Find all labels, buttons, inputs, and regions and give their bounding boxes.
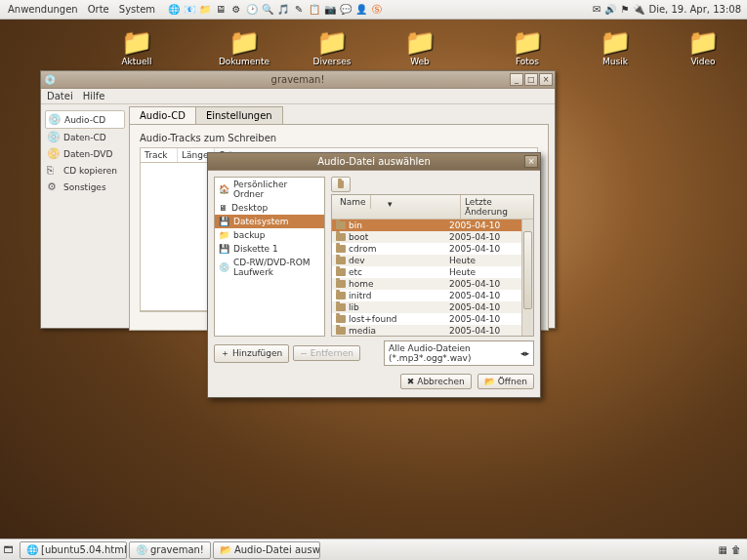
place-item[interactable]: 🏠Persönlicher Ordner (215, 178, 324, 201)
close-button[interactable]: × (524, 155, 538, 168)
scrollbar[interactable] (521, 220, 533, 337)
minimize-button[interactable]: _ (510, 73, 523, 86)
file-row[interactable]: lost+found2005-04-10 (332, 313, 521, 325)
tab-audio-cd[interactable]: Audio-CD (129, 106, 196, 124)
cd-icon: 💿 (219, 262, 229, 272)
scrollbar-thumb[interactable] (523, 231, 532, 309)
desktop-icon-aktuell[interactable]: 📁Aktuell (107, 27, 166, 66)
launcher-icon[interactable]: 🔍 (261, 3, 274, 17)
home-icon: 🏠 (219, 184, 229, 194)
sidebar: 💿Audio-CD 💿Daten-CD 📀Daten-DVD ⎘CD kopie… (41, 104, 129, 328)
file-row[interactable]: cdrom2005-04-10 (332, 243, 521, 255)
sidebar-item-data-cd[interactable]: 💿Daten-CD (45, 129, 125, 145)
copy-icon: ⎘ (47, 164, 60, 177)
launcher-icon[interactable]: 👤 (354, 3, 368, 17)
file-row[interactable]: boot2005-04-10 (332, 231, 521, 243)
cd-icon: 💿 (48, 113, 61, 126)
file-row[interactable]: bin2005-04-10 (332, 220, 521, 231)
titlebar[interactable]: 💿 graveman! _ □ × (41, 71, 555, 89)
file-row[interactable]: lib2005-04-10 (332, 301, 521, 313)
tray-icon[interactable]: 🔌 (633, 4, 644, 15)
file-row[interactable]: home2005-04-10 (332, 278, 521, 290)
sidebar-item-copy-cd[interactable]: ⎘CD kopieren (45, 162, 125, 179)
quicklaunch: 🌐 📧 📁 🖥 ⚙ 🕑 🔍 🎵 ✎ 📋 📷 💬 👤 Ⓢ (167, 3, 384, 17)
launcher-icon[interactable]: 📧 (183, 3, 196, 17)
desktop-icon: 🖥 (219, 203, 228, 213)
desktop-icon-diverses[interactable]: 📁Diverses (303, 27, 361, 66)
col-modified[interactable]: Letzte Änderung (461, 195, 533, 219)
titlebar[interactable]: Audio-Datei auswählen × (208, 153, 540, 171)
launcher-icon[interactable]: ⚙ (229, 3, 243, 17)
file-row[interactable]: initrd2005-04-10 (332, 290, 521, 301)
filter-combo[interactable]: Alle Audio-Dateien (*.mp3*.ogg*.wav)◂▸ (384, 340, 534, 366)
menu-places[interactable]: Orte (84, 2, 113, 17)
top-panel: Anwendungen Orte System 🌐 📧 📁 🖥 ⚙ 🕑 🔍 🎵 … (0, 0, 747, 20)
folder-icon: 📁 (314, 27, 350, 57)
maximize-button[interactable]: □ (524, 73, 538, 86)
taskbar-button[interactable]: 💿graveman! (129, 541, 211, 559)
launcher-icon[interactable]: 📁 (198, 3, 212, 17)
place-item[interactable]: 💿CD-RW/DVD-ROM Laufwerk (215, 256, 324, 279)
folder-icon: 📁 (510, 27, 545, 57)
cancel-button[interactable]: ✖Abbrechen (400, 374, 472, 389)
sidebar-item-data-dvd[interactable]: 📀Daten-DVD (45, 145, 125, 162)
launcher-icon[interactable]: 🖥 (214, 3, 228, 17)
workspace-switcher[interactable]: ▦ (719, 544, 727, 555)
file-row[interactable]: devHeute (332, 255, 521, 266)
folder-icon: 📁 (685, 27, 721, 57)
trash-icon[interactable]: 🗑 (731, 544, 741, 555)
launcher-icon[interactable]: 📷 (323, 3, 337, 17)
launcher-icon[interactable]: 💬 (339, 3, 353, 17)
taskbar-button[interactable]: 📂Audio-Datei auswäh... (213, 541, 320, 559)
desktop-icon-video[interactable]: 📁Video (674, 27, 732, 66)
clock[interactable]: Die, 19. Apr, 13:08 (648, 4, 741, 15)
desktop-icon-fotos[interactable]: 📁Fotos (498, 27, 557, 66)
launcher-icon[interactable]: 📋 (308, 3, 321, 17)
desktop-icon-web[interactable]: 📁Web (391, 27, 449, 66)
folder-icon (336, 327, 346, 335)
menu-help[interactable]: Hilfe (83, 91, 105, 101)
folder-icon: 📁 (119, 27, 154, 57)
place-item[interactable]: 💾Dateisystem (215, 215, 324, 228)
close-button[interactable]: × (539, 73, 553, 86)
menu-applications[interactable]: Anwendungen (4, 2, 82, 17)
folder-icon (336, 280, 346, 288)
file-row[interactable]: etcHeute (332, 266, 521, 278)
floppy-icon: 💾 (219, 244, 229, 254)
folder-icon (336, 315, 346, 323)
file-row[interactable]: media2005-04-10 (332, 325, 521, 337)
open-button[interactable]: 📂Öffnen (477, 374, 534, 389)
path-segment-button[interactable] (331, 177, 351, 192)
taskbar-button[interactable]: 🌐[ubuntu5.04.html - ... (20, 541, 127, 559)
sidebar-item-other[interactable]: ⚙Sonstiges (45, 179, 125, 195)
sidebar-item-audio-cd[interactable]: 💿Audio-CD (45, 110, 125, 129)
desktop-icon-dokumente[interactable]: 📁Dokumente (215, 27, 273, 66)
launcher-icon[interactable]: 🌐 (167, 3, 181, 17)
tray-icon[interactable]: ⚑ (620, 4, 629, 15)
launcher-icon[interactable]: Ⓢ (370, 3, 384, 17)
place-item[interactable]: 💾Diskette 1 (215, 242, 324, 256)
app-icon: 📂 (220, 544, 231, 556)
desktop-icon-musik[interactable]: 📁Musik (586, 27, 644, 66)
place-item[interactable]: 📁backup (215, 228, 324, 242)
col-name[interactable]: Name ▾ (332, 195, 461, 219)
show-desktop-button[interactable]: 🗔 (0, 544, 18, 555)
window-title: graveman! (271, 74, 325, 85)
launcher-icon[interactable]: 🎵 (276, 3, 290, 17)
tab-settings[interactable]: Einstellungen (195, 106, 283, 124)
tray-icon[interactable]: ✉ (593, 4, 601, 15)
menubar: Datei Hilfe (41, 89, 555, 104)
menu-system[interactable]: System (115, 2, 159, 17)
col-track[interactable]: Track (141, 148, 178, 162)
launcher-icon[interactable]: 🕑 (245, 3, 259, 17)
add-place-button[interactable]: ＋Hinzufügen (214, 344, 289, 363)
tracks-label: Audio-Tracks zum Schreiben (140, 133, 538, 143)
place-item[interactable]: 🖥Desktop (215, 201, 324, 215)
tray-icon[interactable]: 🔊 (604, 4, 616, 15)
disk-icon: 💾 (219, 217, 229, 226)
launcher-icon[interactable]: ✎ (292, 3, 306, 17)
file-rows[interactable]: bin2005-04-10boot2005-04-10cdrom2005-04-… (332, 220, 521, 337)
bottom-panel: 🗔 🌐[ubuntu5.04.html - ... 💿graveman! 📂Au… (0, 539, 747, 560)
menu-file[interactable]: Datei (47, 91, 73, 101)
folder-icon (336, 257, 346, 264)
